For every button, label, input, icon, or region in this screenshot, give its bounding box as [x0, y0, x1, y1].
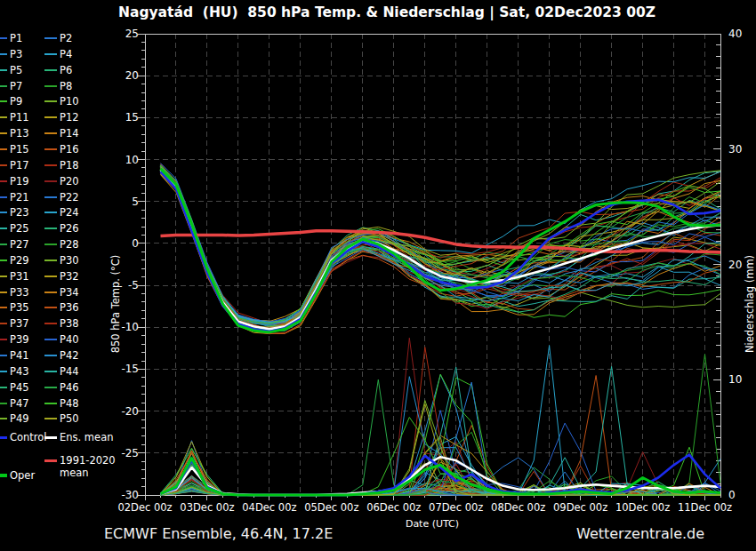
ensemble-member-temp-lines [161, 164, 721, 334]
svg-text:10: 10 [125, 154, 139, 166]
svg-text:-15: -15 [121, 363, 139, 375]
svg-text:20: 20 [125, 69, 139, 82]
svg-text:04Dec 00z: 04Dec 00z [242, 501, 296, 514]
svg-text:0: 0 [728, 489, 736, 501]
svg-text:30: 30 [728, 143, 742, 156]
svg-text:10Dec 00z: 10Dec 00z [615, 501, 670, 514]
svg-text:08Dec 00z: 08Dec 00z [491, 501, 545, 514]
svg-text:-5: -5 [128, 279, 139, 291]
svg-text:5: 5 [132, 196, 139, 208]
svg-text:07Dec 00z: 07Dec 00z [429, 501, 483, 514]
ensemble-member-precip-lines [161, 338, 721, 495]
svg-text:06Dec 00z: 06Dec 00z [366, 501, 421, 514]
svg-text:15: 15 [125, 111, 139, 124]
svg-text:25: 25 [125, 28, 139, 40]
date-axis-tick-labels: 02Dec 00z03Dec 00z04Dec 00z05Dec 00z06De… [117, 501, 732, 514]
svg-text:10: 10 [728, 373, 742, 386]
temp-axis-label: 850 hPa Temp. (°C) [109, 255, 122, 354]
svg-text:02Dec 00z: 02Dec 00z [117, 501, 172, 514]
svg-text:-10: -10 [121, 321, 139, 333]
temp-axis-tick-labels: 2520151050-5-10-15-20-25-30 [121, 28, 139, 501]
footer-model-info: ECMWF Ensemble, 46.4N, 17.2E [104, 525, 333, 542]
svg-text:-30: -30 [121, 489, 139, 501]
precip-axis-tick-labels: 403020100 [728, 28, 742, 501]
precip-axis-label: Niederschlag (mm) [744, 255, 756, 353]
svg-text:-20: -20 [121, 405, 139, 418]
svg-text:0: 0 [132, 237, 139, 250]
svg-text:20: 20 [728, 259, 742, 271]
svg-text:09Dec 00z: 09Dec 00z [553, 501, 607, 514]
date-axis-label: Date (UTC) [406, 518, 459, 530]
footer-site: Wetterzentrale.de [576, 525, 704, 542]
svg-text:-25: -25 [121, 447, 139, 459]
svg-text:03Dec 00z: 03Dec 00z [180, 501, 234, 514]
svg-text:11Dec 00z: 11Dec 00z [678, 501, 732, 514]
meteogram-screen: Nagyatád (HU) 850 hPa Temp. & Niederschl… [0, 0, 756, 551]
svg-text:40: 40 [728, 28, 742, 40]
svg-text:05Dec 00z: 05Dec 00z [304, 501, 358, 514]
